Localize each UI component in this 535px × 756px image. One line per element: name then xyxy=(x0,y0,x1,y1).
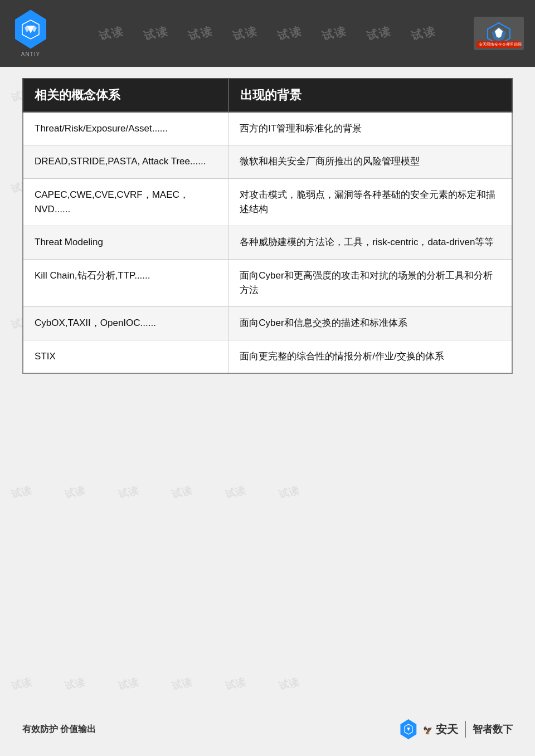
wm2: 试读 xyxy=(142,23,169,43)
footer-right: 🦅 安天 智者数下 xyxy=(398,719,513,739)
wm4: 试读 xyxy=(231,23,259,43)
cell-left-0: Threat/Risk/Exposure/Asset...... xyxy=(23,112,228,145)
table-row: DREAD,STRIDE,PASTA, Attack Tree......微软和… xyxy=(23,145,512,178)
bwm30: 试读 xyxy=(278,675,300,693)
footer-slogan: 智者数下 xyxy=(473,723,513,736)
header-watermarks: 试读 试读 试读 试读 试读 试读 试读 试读 xyxy=(0,0,535,67)
bwm24: 试读 xyxy=(278,484,300,501)
bwm29: 试读 xyxy=(224,675,247,693)
cell-left-5: CybOX,TAXII，OpenIOC...... xyxy=(23,307,228,340)
logo-diamond xyxy=(11,10,50,49)
bwm22: 试读 xyxy=(171,484,193,501)
table-row: STIX面向更完整的综合性的情报分析/作业/交换的体系 xyxy=(23,340,512,373)
header-right-img: 安天网络安全令师里四届 xyxy=(474,17,524,50)
wm1: 试读 xyxy=(98,23,125,43)
bwm28: 试读 xyxy=(171,675,193,693)
table-row: CybOX,TAXII，OpenIOC......面向Cyber和信息交换的描述… xyxy=(23,307,512,340)
footer-separator xyxy=(465,721,466,738)
wm8: 试读 xyxy=(410,23,437,43)
bwm25: 试读 xyxy=(10,675,33,693)
concept-table: 相关的概念体系 出现的背景 Threat/Risk/Exposure/Asset… xyxy=(22,78,513,374)
logo-text: ANTIY xyxy=(21,51,40,57)
bwm20: 试读 xyxy=(64,484,86,501)
wm6: 试读 xyxy=(320,23,348,43)
col2-header: 出现的背景 xyxy=(228,79,512,112)
cell-right-5: 面向Cyber和信息交换的描述和标准体系 xyxy=(228,307,512,340)
wm5: 试读 xyxy=(276,23,303,43)
cell-right-1: 微软和相关安全厂商所推出的风险管理模型 xyxy=(228,145,512,178)
table-row: Kill Chain,钻石分析,TTP......面向Cyber和更高强度的攻击… xyxy=(23,259,512,307)
cell-left-6: STIX xyxy=(23,340,228,373)
table-row: CAPEC,CWE,CVE,CVRF，MAEC，NVD......对攻击模式，脆… xyxy=(23,178,512,226)
logo-wrapper: ANTIY xyxy=(11,10,50,57)
cell-right-0: 西方的IT管理和标准化的背景 xyxy=(228,112,512,145)
bwm27: 试读 xyxy=(117,675,140,693)
bwm23: 试读 xyxy=(224,484,247,501)
cell-right-6: 面向更完整的综合性的情报分析/作业/交换的体系 xyxy=(228,340,512,373)
cell-left-4: Kill Chain,钻石分析,TTP...... xyxy=(23,259,228,307)
antiy-badge: 安天网络安全令师里四届 xyxy=(476,41,521,48)
table-row: Threat Modeling各种威胁建模的方法论，工具，risk-centri… xyxy=(23,226,512,259)
main-content: 相关的概念体系 出现的背景 Threat/Risk/Exposure/Asset… xyxy=(22,78,513,374)
footer-brand: 🦅 安天 xyxy=(423,722,458,737)
cell-left-2: CAPEC,CWE,CVE,CVRF，MAEC，NVD...... xyxy=(23,178,228,226)
cell-right-3: 各种威胁建模的方法论，工具，risk-centric，data-driven等等 xyxy=(228,226,512,259)
cell-right-4: 面向Cyber和更高强度的攻击和对抗的场景的分析工具和分析方法 xyxy=(228,259,512,307)
footer-logo-diamond xyxy=(398,719,419,739)
wm3: 试读 xyxy=(187,23,214,43)
bwm26: 试读 xyxy=(64,675,86,693)
cell-left-3: Threat Modeling xyxy=(23,226,228,259)
header-right-logo: 安天网络安全令师里四届 xyxy=(474,17,524,50)
col1-header: 相关的概念体系 xyxy=(23,79,228,112)
table-row: Threat/Risk/Exposure/Asset......西方的IT管理和… xyxy=(23,112,512,145)
cell-left-1: DREAD,STRIDE,PASTA, Attack Tree...... xyxy=(23,145,228,178)
bwm19: 试读 xyxy=(10,484,33,501)
bwm21: 试读 xyxy=(117,484,140,501)
footer: 有效防护 价值输出 🦅 安天 智者数下 xyxy=(22,719,513,739)
footer-tagline: 有效防护 价值输出 xyxy=(22,724,96,735)
wm7: 试读 xyxy=(365,23,392,43)
header: ANTIY 试读 试读 试读 试读 试读 试读 试读 试读 安天网络安全令师里四… xyxy=(0,0,535,67)
cell-right-2: 对攻击模式，脆弱点，漏洞等各种基础的安全元素的标定和描述结构 xyxy=(228,178,512,226)
